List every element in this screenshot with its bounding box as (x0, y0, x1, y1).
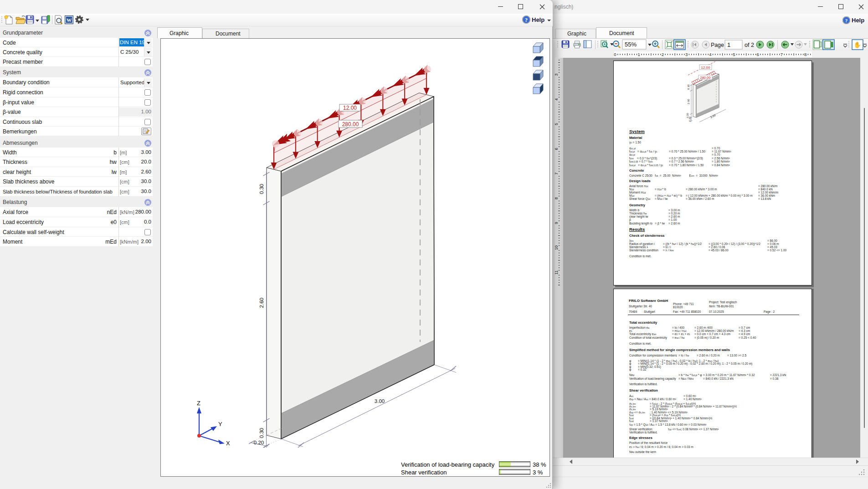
svg-text:W: W (67, 17, 72, 23)
svg-text:3: 3 (555, 73, 559, 76)
svg-text:0.30: 0.30 (259, 184, 264, 194)
svg-text:1: 1 (727, 41, 730, 48)
svg-text:10: 10 (555, 245, 559, 250)
svg-text:X: X (226, 440, 230, 447)
svg-text:2.60: 2.60 (687, 99, 690, 104)
svg-text:280.00: 280.00 (342, 121, 359, 127)
svg-text:8: 8 (555, 197, 559, 199)
svg-text:2.60: 2.60 (259, 298, 264, 308)
svg-text:12.00: 12.00 (343, 105, 357, 111)
svg-text:9: 9 (555, 222, 559, 224)
svg-text:1: 1 (638, 52, 640, 57)
svg-text:Page: Page (711, 42, 724, 48)
svg-text:5: 5 (733, 52, 735, 57)
svg-text:7: 7 (555, 173, 559, 175)
svg-text:2: 2 (662, 52, 664, 57)
svg-text:6: 6 (555, 148, 559, 150)
svg-text:0.20: 0.20 (688, 117, 691, 122)
svg-text:280.00: 280.00 (700, 76, 711, 80)
svg-text:3: 3 (685, 52, 688, 57)
svg-text:of 2: of 2 (745, 42, 754, 48)
svg-text:Y: Y (218, 421, 222, 428)
svg-text:8: 8 (804, 52, 806, 57)
svg-text:6: 6 (757, 52, 759, 57)
svg-text:3.00: 3.00 (709, 113, 716, 119)
svg-text:?: ? (525, 17, 528, 23)
svg-text:5: 5 (555, 123, 559, 125)
svg-text:55%: 55% (625, 41, 637, 48)
svg-text:?: ? (845, 18, 848, 23)
svg-text:11: 11 (555, 270, 559, 275)
svg-text:12.00: 12.00 (701, 66, 710, 70)
svg-text:0.20: 0.20 (254, 440, 264, 445)
svg-text:4: 4 (709, 52, 711, 57)
svg-text:4: 4 (555, 98, 559, 101)
svg-text:3.00: 3.00 (375, 398, 385, 404)
svg-text:7: 7 (781, 52, 783, 57)
svg-text:0.30: 0.30 (687, 84, 690, 90)
svg-text:Z: Z (197, 400, 200, 407)
svg-text:0: 0 (614, 52, 616, 57)
svg-text:✋: ✋ (853, 41, 861, 49)
